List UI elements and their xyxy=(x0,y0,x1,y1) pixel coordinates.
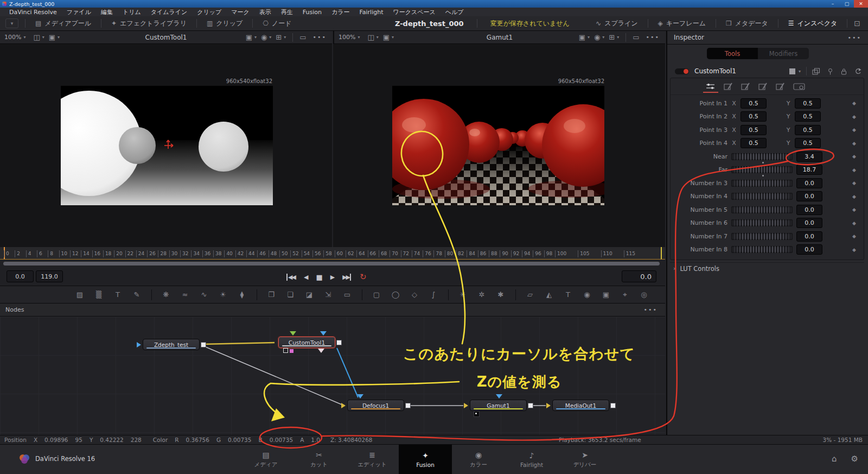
proxy-icon[interactable]: ▣▾ xyxy=(383,34,394,41)
media-pool-button[interactable]: ▤メディアプール xyxy=(32,19,94,28)
effects-library-button[interactable]: ✦エフェクトライブラリ xyxy=(108,19,190,28)
go-to-end-button[interactable]: ▶▶ xyxy=(342,274,351,281)
dual-monitor-icon[interactable]: ⊡ xyxy=(854,20,860,27)
menu-fairlight[interactable]: Fairlight xyxy=(354,9,388,16)
value-field[interactable]: 3.4 xyxy=(796,151,822,162)
value-field-x[interactable]: 0.5 xyxy=(741,125,767,135)
menu-davinci-resolve[interactable]: DaVinci Resolve xyxy=(4,9,62,16)
current-time-field[interactable]: 0.0 xyxy=(622,270,656,282)
paint-tool-icon[interactable]: ✎ xyxy=(130,289,143,301)
settings-gear-icon[interactable]: ⚙ xyxy=(851,454,858,464)
nodes-button[interactable]: ⎔ノード xyxy=(259,19,295,28)
menu-[interactable]: タイムライン xyxy=(146,8,193,16)
roi-icon[interactable]: ▣▾ xyxy=(579,34,590,41)
value-field[interactable]: 0.0 xyxy=(796,191,822,201)
node-mediaout1[interactable]: MediaOut1 xyxy=(552,400,609,411)
menu-[interactable]: 編集 xyxy=(96,8,118,16)
keyframe-diamond-icon[interactable]: ◆ xyxy=(852,194,856,199)
lut-controls-section[interactable]: › LUT Controls xyxy=(670,262,864,274)
pin-icon[interactable] xyxy=(827,68,834,75)
value-field-x[interactable]: 0.5 xyxy=(741,138,767,148)
value-field-x[interactable]: 0.5 xyxy=(741,98,767,109)
matte-control-tool-icon[interactable]: ◪ xyxy=(303,289,316,301)
timeline-ruler[interactable]: 0246810121416182022242628303234363840424… xyxy=(0,247,665,260)
node-defocus1[interactable]: Defocus1 xyxy=(347,400,404,411)
viewer-right-canvas[interactable]: 960x540xfloat32 xyxy=(333,44,665,247)
merge-tool-icon[interactable]: ❐ xyxy=(265,289,278,301)
page-tab-fusion[interactable]: ✦Fusion xyxy=(399,445,452,474)
go-to-start-button[interactable]: ◀◀ xyxy=(286,274,295,281)
blur-tool-icon[interactable]: ⧫ xyxy=(235,289,248,301)
node-graph[interactable]: Zdepth_testCustomTool1Defocus1Gamut1Medi… xyxy=(0,317,665,435)
node-customtool1[interactable]: CustomTool1 xyxy=(278,337,335,348)
color-corrector-tool-icon[interactable]: ❋ xyxy=(159,289,173,301)
resize-tool-icon[interactable]: ⇲ xyxy=(322,289,335,301)
menu-[interactable]: 表示 xyxy=(254,8,276,16)
loop-button[interactable]: ↻ xyxy=(360,272,367,282)
bspline-mask-tool-icon[interactable]: ∫ xyxy=(427,289,440,301)
camera-3d-tool-icon[interactable]: ◎ xyxy=(637,289,650,301)
value-field[interactable]: 0.0 xyxy=(796,244,822,255)
viewer-left-zoom-select[interactable]: 100%▾ xyxy=(4,34,25,41)
grid-icon[interactable]: ⊞▾ xyxy=(276,34,286,41)
menu-[interactable]: ワークスペース xyxy=(388,8,440,16)
menu-[interactable]: クリップ xyxy=(192,8,226,16)
value-field-y[interactable]: 0.5 xyxy=(795,98,821,109)
shape-3d-tool-icon[interactable]: ◭ xyxy=(542,289,556,301)
menu-[interactable]: ファイル xyxy=(62,8,96,16)
thumbwheel-slider[interactable] xyxy=(731,180,793,187)
node-top-input-icon[interactable] xyxy=(357,394,363,399)
value-field[interactable]: 0.0 xyxy=(796,178,822,188)
node-top-input-icon[interactable] xyxy=(320,331,327,336)
node-output-icon[interactable] xyxy=(336,340,342,345)
keyframe-diamond-icon[interactable]: ◆ xyxy=(852,233,856,239)
expand-viewer-icon[interactable]: ▭ xyxy=(633,34,639,41)
grid-icon[interactable]: ⊞▾ xyxy=(609,34,619,41)
split-view-icon[interactable]: ◫▾ xyxy=(33,34,44,41)
color-management-icon[interactable]: ◉▾ xyxy=(594,34,604,41)
split-view-icon[interactable]: ◫▾ xyxy=(367,34,378,41)
menu-[interactable]: ヘルプ xyxy=(441,8,469,16)
value-field-y[interactable]: 0.5 xyxy=(795,138,821,148)
rectangle-mask-tool-icon[interactable]: ▢ xyxy=(370,289,383,301)
channel-booleans-tool-icon[interactable]: ❏ xyxy=(284,289,297,301)
settings-tab-icon[interactable] xyxy=(793,83,805,92)
fast-noise-tool-icon[interactable]: ▒ xyxy=(92,289,105,301)
node-top-input-icon[interactable] xyxy=(290,331,296,336)
close-button[interactable]: ✕ xyxy=(854,0,868,8)
inspector-options-icon[interactable]: ••• xyxy=(848,34,861,41)
page-tab-[interactable]: ▤メディア xyxy=(239,445,292,474)
value-field[interactable]: 0.0 xyxy=(796,218,822,228)
thumbwheel-slider[interactable] xyxy=(731,233,793,240)
particle-merge-tool-icon[interactable]: ✲ xyxy=(475,289,488,301)
scrollbar-thumb[interactable] xyxy=(3,262,660,266)
node-output-icon[interactable] xyxy=(528,403,533,408)
viewer-left-canvas[interactable]: 960x540xfloat32 xyxy=(0,44,332,247)
node-output-icon[interactable] xyxy=(405,403,411,408)
keyframe-diamond-icon[interactable]: ◆ xyxy=(852,100,856,106)
particle-emitter-tool-icon[interactable]: ✳ xyxy=(456,289,469,301)
color-curves-tool-icon[interactable]: ≈ xyxy=(178,289,192,301)
versions-icon[interactable] xyxy=(812,68,820,75)
script-tab-icon[interactable] xyxy=(724,83,733,92)
keyframe-diamond-icon[interactable]: ◆ xyxy=(852,127,856,132)
page-tab-[interactable]: ✂カット xyxy=(292,445,346,474)
keyframe-diamond-icon[interactable]: ◆ xyxy=(852,247,856,252)
stop-button[interactable]: ■ xyxy=(316,273,321,281)
minimize-button[interactable]: – xyxy=(826,0,840,8)
script-tab-icon[interactable] xyxy=(741,83,751,92)
reset-icon[interactable] xyxy=(854,68,861,75)
metadata-button[interactable]: ❒メタデータ xyxy=(723,19,771,28)
spotlight-3d-tool-icon[interactable]: ⌖ xyxy=(618,289,631,301)
script-tab-icon[interactable] xyxy=(776,83,786,92)
node-gamut1[interactable]: Gamut1 xyxy=(470,400,527,411)
keyframe-diamond-icon[interactable]: ◆ xyxy=(852,220,856,226)
node-input-icon[interactable] xyxy=(546,403,551,408)
thumbwheel-slider[interactable] xyxy=(731,219,793,226)
hue-curves-tool-icon[interactable]: ∿ xyxy=(197,289,210,301)
image-plane-3d-tool-icon[interactable]: ▱ xyxy=(524,289,537,301)
keyframe-diamond-icon[interactable]: ◆ xyxy=(852,207,856,212)
text-3d-tool-icon[interactable]: T xyxy=(561,289,575,301)
range-end-field[interactable]: 119.0 xyxy=(36,270,63,282)
menu-[interactable]: マーク xyxy=(226,8,254,16)
